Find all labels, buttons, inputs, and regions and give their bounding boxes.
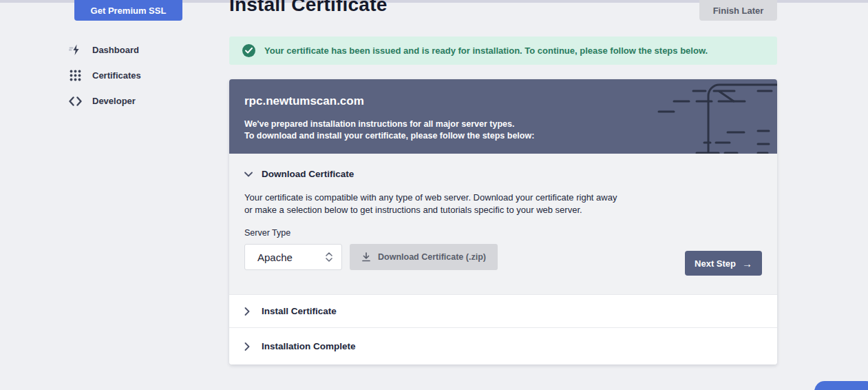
step-download-certificate: Download Certificate Your certificate is…: [229, 154, 777, 294]
chevron-right-icon: [244, 342, 253, 351]
chevron-down-icon: [244, 172, 253, 177]
next-step-button[interactable]: Next Step →: [685, 251, 762, 276]
sidebar-item-label: Developer: [92, 96, 136, 106]
sidebar-item-certificates[interactable]: Certificates: [69, 63, 207, 88]
sidebar-item-label: Dashboard: [92, 45, 139, 55]
download-zip-button[interactable]: Download Certificate (.zip): [350, 244, 498, 270]
download-zip-label: Download Certificate (.zip): [378, 252, 486, 262]
sidebar-item-developer[interactable]: Developer: [69, 88, 207, 114]
install-card: rpc.newtumscan.com We've prepared instal…: [229, 79, 777, 365]
get-premium-ssl-button[interactable]: Get Premium SSL: [74, 0, 182, 21]
chevron-right-icon: [244, 307, 253, 316]
panel-subtitle-line2: To download and install your certificate…: [244, 130, 762, 142]
check-circle-icon: [242, 44, 255, 57]
domain-panel: rpc.newtumscan.com We've prepared instal…: [229, 79, 777, 154]
step-installation-complete[interactable]: Installation Complete: [229, 327, 777, 365]
lightning-icon: [69, 43, 82, 57]
alert-message: Your certificate has been issued and is …: [264, 45, 708, 56]
download-description: Your certificate is compatible with any …: [244, 192, 620, 216]
arrow-right-icon: →: [742, 258, 752, 269]
server-type-value: Apache: [257, 252, 293, 263]
success-alert: Your certificate has been issued and is …: [229, 37, 777, 65]
sidebar: Dashboard Certificates Developer: [69, 37, 207, 114]
page-title: Install Certificate: [229, 0, 387, 16]
server-type-label: Server Type: [244, 228, 762, 238]
next-step-label: Next Step: [695, 258, 736, 269]
step-title: Download Certificate: [262, 169, 354, 179]
server-type-select[interactable]: Apache: [244, 244, 342, 270]
select-updown-icon: [326, 252, 332, 262]
download-icon: [361, 252, 371, 262]
step-title: Installation Complete: [262, 341, 356, 351]
grid-dots-icon: [69, 69, 82, 82]
sidebar-item-label: Certificates: [92, 70, 141, 81]
chat-widget-button[interactable]: [814, 381, 868, 390]
finish-later-button[interactable]: Finish Later: [699, 0, 777, 21]
step-title: Install Certificate: [262, 306, 337, 316]
domain-name: rpc.newtumscan.com: [244, 94, 762, 108]
server-illustration: [639, 79, 777, 154]
panel-subtitle-line1: We've prepared installation instructions…: [244, 119, 762, 130]
sidebar-item-dashboard[interactable]: Dashboard: [69, 37, 207, 63]
step-install-certificate[interactable]: Install Certificate: [229, 294, 777, 327]
step-download-header[interactable]: Download Certificate: [244, 154, 762, 179]
code-brackets-icon: [69, 94, 82, 107]
